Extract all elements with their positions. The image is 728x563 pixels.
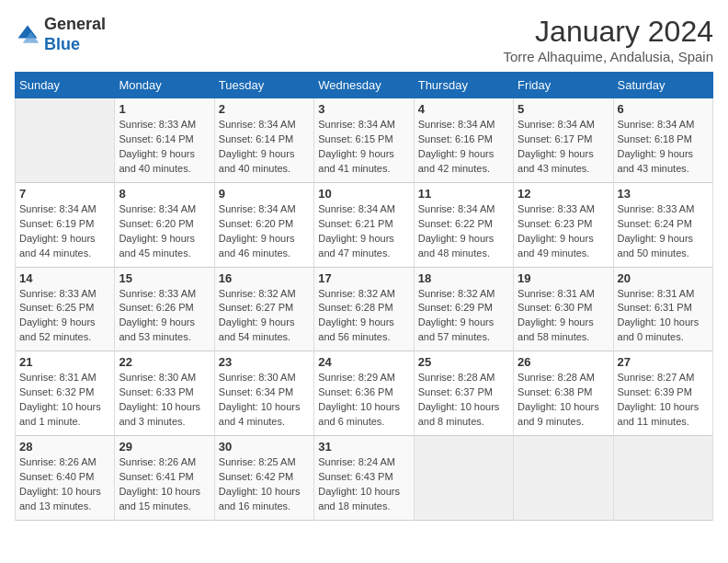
calendar-header: SundayMondayTuesdayWednesdayThursdayFrid… <box>16 73 713 98</box>
day-info: Sunrise: 8:31 AMSunset: 6:32 PMDaylight:… <box>19 371 110 430</box>
calendar-title: January 2024 <box>504 15 713 49</box>
title-block: January 2024 Torre Alhaquime, Andalusia,… <box>504 15 713 64</box>
day-number: 30 <box>219 440 310 454</box>
week-row-4: 21Sunrise: 8:31 AMSunset: 6:32 PMDayligh… <box>16 351 713 436</box>
day-number: 1 <box>119 102 210 116</box>
day-cell: 22Sunrise: 8:30 AMSunset: 6:33 PMDayligh… <box>115 351 214 436</box>
day-number: 17 <box>318 271 409 285</box>
day-cell: 1Sunrise: 8:33 AMSunset: 6:14 PMDaylight… <box>115 98 214 183</box>
day-number: 31 <box>318 440 409 454</box>
day-number: 27 <box>618 355 709 369</box>
day-info: Sunrise: 8:24 AMSunset: 6:43 PMDaylight:… <box>318 455 409 514</box>
day-number: 25 <box>418 355 509 369</box>
day-cell: 30Sunrise: 8:25 AMSunset: 6:42 PMDayligh… <box>214 436 313 521</box>
day-cell <box>514 436 613 521</box>
day-number: 7 <box>19 187 110 201</box>
day-info: Sunrise: 8:26 AMSunset: 6:40 PMDaylight:… <box>19 455 110 514</box>
day-number: 3 <box>318 102 409 116</box>
col-header-tuesday: Tuesday <box>214 73 313 98</box>
day-info: Sunrise: 8:33 AMSunset: 6:26 PMDaylight:… <box>119 287 210 346</box>
day-number: 19 <box>518 271 609 285</box>
day-info: Sunrise: 8:34 AMSunset: 6:22 PMDaylight:… <box>418 202 509 261</box>
day-cell: 6Sunrise: 8:34 AMSunset: 6:18 PMDaylight… <box>613 98 712 183</box>
day-info: Sunrise: 8:34 AMSunset: 6:20 PMDaylight:… <box>119 202 210 261</box>
week-row-5: 28Sunrise: 8:26 AMSunset: 6:40 PMDayligh… <box>16 436 713 521</box>
day-info: Sunrise: 8:31 AMSunset: 6:31 PMDaylight:… <box>618 287 709 346</box>
day-number: 4 <box>418 102 509 116</box>
header-row: SundayMondayTuesdayWednesdayThursdayFrid… <box>16 73 713 98</box>
day-cell: 21Sunrise: 8:31 AMSunset: 6:32 PMDayligh… <box>16 351 115 436</box>
day-info: Sunrise: 8:34 AMSunset: 6:15 PMDaylight:… <box>318 118 409 177</box>
day-number: 11 <box>418 187 509 201</box>
day-cell: 7Sunrise: 8:34 AMSunset: 6:19 PMDaylight… <box>16 182 115 267</box>
day-info: Sunrise: 8:34 AMSunset: 6:20 PMDaylight:… <box>219 202 310 261</box>
day-info: Sunrise: 8:33 AMSunset: 6:24 PMDaylight:… <box>618 202 709 261</box>
day-info: Sunrise: 8:33 AMSunset: 6:23 PMDaylight:… <box>518 202 609 261</box>
day-cell: 14Sunrise: 8:33 AMSunset: 6:25 PMDayligh… <box>16 267 115 351</box>
day-number: 29 <box>119 440 210 454</box>
day-cell: 15Sunrise: 8:33 AMSunset: 6:26 PMDayligh… <box>115 267 214 351</box>
day-info: Sunrise: 8:31 AMSunset: 6:30 PMDaylight:… <box>518 287 609 346</box>
logo-text: General Blue <box>44 15 106 54</box>
calendar-table: SundayMondayTuesdayWednesdayThursdayFrid… <box>15 72 713 521</box>
day-cell: 2Sunrise: 8:34 AMSunset: 6:14 PMDaylight… <box>214 98 313 183</box>
day-cell: 23Sunrise: 8:30 AMSunset: 6:34 PMDayligh… <box>214 351 313 436</box>
day-info: Sunrise: 8:34 AMSunset: 6:18 PMDaylight:… <box>618 118 709 177</box>
day-info: Sunrise: 8:32 AMSunset: 6:29 PMDaylight:… <box>418 287 509 346</box>
day-cell: 26Sunrise: 8:28 AMSunset: 6:38 PMDayligh… <box>514 351 613 436</box>
day-number: 24 <box>318 355 409 369</box>
day-info: Sunrise: 8:34 AMSunset: 6:16 PMDaylight:… <box>418 118 509 177</box>
day-number: 22 <box>119 355 210 369</box>
week-row-1: 1Sunrise: 8:33 AMSunset: 6:14 PMDaylight… <box>16 98 713 183</box>
day-number: 26 <box>518 355 609 369</box>
day-info: Sunrise: 8:34 AMSunset: 6:14 PMDaylight:… <box>219 118 310 177</box>
day-number: 5 <box>518 102 609 116</box>
day-number: 23 <box>219 355 310 369</box>
day-number: 18 <box>418 271 509 285</box>
day-cell: 13Sunrise: 8:33 AMSunset: 6:24 PMDayligh… <box>613 182 712 267</box>
day-cell: 16Sunrise: 8:32 AMSunset: 6:27 PMDayligh… <box>214 267 313 351</box>
day-cell: 20Sunrise: 8:31 AMSunset: 6:31 PMDayligh… <box>613 267 712 351</box>
day-info: Sunrise: 8:30 AMSunset: 6:33 PMDaylight:… <box>119 371 210 430</box>
day-number: 14 <box>19 271 110 285</box>
logo-icon <box>15 22 40 48</box>
day-number: 13 <box>618 187 709 201</box>
day-cell: 18Sunrise: 8:32 AMSunset: 6:29 PMDayligh… <box>414 267 513 351</box>
day-cell: 19Sunrise: 8:31 AMSunset: 6:30 PMDayligh… <box>514 267 613 351</box>
day-number: 28 <box>19 440 110 454</box>
day-cell: 17Sunrise: 8:32 AMSunset: 6:28 PMDayligh… <box>314 267 414 351</box>
day-number: 16 <box>219 271 310 285</box>
logo: General Blue <box>15 15 106 54</box>
day-info: Sunrise: 8:28 AMSunset: 6:37 PMDaylight:… <box>418 371 509 430</box>
day-number: 6 <box>618 102 709 116</box>
day-cell <box>16 98 115 183</box>
day-cell: 5Sunrise: 8:34 AMSunset: 6:17 PMDaylight… <box>514 98 613 183</box>
day-info: Sunrise: 8:29 AMSunset: 6:36 PMDaylight:… <box>318 371 409 430</box>
day-number: 15 <box>119 271 210 285</box>
day-info: Sunrise: 8:33 AMSunset: 6:25 PMDaylight:… <box>19 287 110 346</box>
day-info: Sunrise: 8:33 AMSunset: 6:14 PMDaylight:… <box>119 118 210 177</box>
day-cell: 11Sunrise: 8:34 AMSunset: 6:22 PMDayligh… <box>414 182 513 267</box>
day-info: Sunrise: 8:34 AMSunset: 6:21 PMDaylight:… <box>318 202 409 261</box>
day-cell <box>414 436 513 521</box>
day-cell <box>613 436 712 521</box>
day-cell: 24Sunrise: 8:29 AMSunset: 6:36 PMDayligh… <box>314 351 414 436</box>
day-info: Sunrise: 8:25 AMSunset: 6:42 PMDaylight:… <box>219 455 310 514</box>
day-info: Sunrise: 8:32 AMSunset: 6:27 PMDaylight:… <box>219 287 310 346</box>
day-cell: 31Sunrise: 8:24 AMSunset: 6:43 PMDayligh… <box>314 436 414 521</box>
col-header-thursday: Thursday <box>414 73 513 98</box>
day-number: 2 <box>219 102 310 116</box>
col-header-monday: Monday <box>115 73 214 98</box>
week-row-3: 14Sunrise: 8:33 AMSunset: 6:25 PMDayligh… <box>16 267 713 351</box>
day-cell: 29Sunrise: 8:26 AMSunset: 6:41 PMDayligh… <box>115 436 214 521</box>
day-info: Sunrise: 8:34 AMSunset: 6:17 PMDaylight:… <box>518 118 609 177</box>
day-number: 12 <box>518 187 609 201</box>
day-cell: 12Sunrise: 8:33 AMSunset: 6:23 PMDayligh… <box>514 182 613 267</box>
calendar-body: 1Sunrise: 8:33 AMSunset: 6:14 PMDaylight… <box>16 98 713 521</box>
calendar-subtitle: Torre Alhaquime, Andalusia, Spain <box>504 49 713 64</box>
day-cell: 28Sunrise: 8:26 AMSunset: 6:40 PMDayligh… <box>16 436 115 521</box>
col-header-wednesday: Wednesday <box>314 73 414 98</box>
day-cell: 25Sunrise: 8:28 AMSunset: 6:37 PMDayligh… <box>414 351 513 436</box>
day-cell: 9Sunrise: 8:34 AMSunset: 6:20 PMDaylight… <box>214 182 313 267</box>
day-info: Sunrise: 8:26 AMSunset: 6:41 PMDaylight:… <box>119 455 210 514</box>
